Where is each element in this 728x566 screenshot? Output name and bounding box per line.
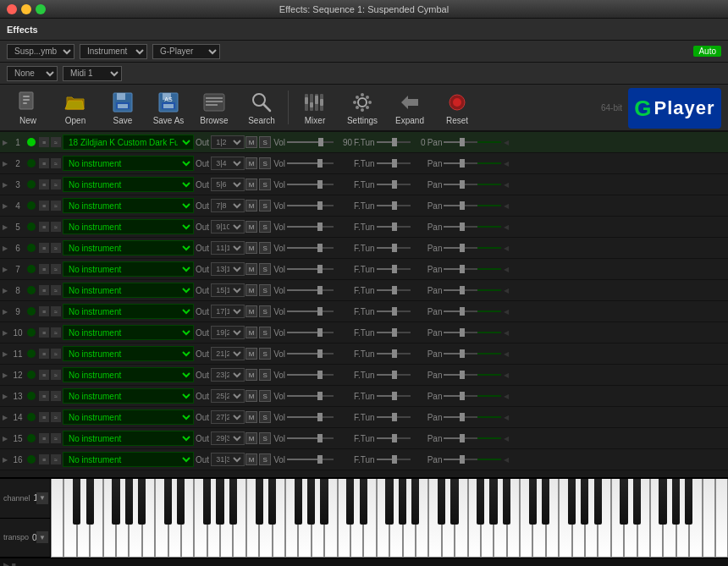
ftun-slider[interactable] (377, 347, 411, 360)
white-key[interactable] (715, 479, 728, 558)
row-play-arrow[interactable]: ▶ (0, 322, 10, 343)
row-end-chevron[interactable]: ◀ (501, 456, 511, 464)
out-select[interactable]: 7|8 (211, 199, 245, 212)
vol-slider[interactable] (287, 347, 334, 360)
vol-slider[interactable] (287, 305, 334, 318)
row-end-chevron[interactable]: ◀ (501, 202, 511, 210)
black-key[interactable] (438, 479, 445, 525)
black-key[interactable] (385, 479, 393, 525)
row-eq-btn[interactable]: ≈ (51, 370, 61, 380)
settings-button[interactable]: Settings (339, 86, 385, 129)
row-menu-btn[interactable]: ≡ (39, 222, 49, 232)
midi-dropdown[interactable]: Midi 1 (63, 66, 122, 81)
row-led[interactable] (27, 265, 36, 273)
row-menu-btn[interactable]: ≡ (39, 158, 49, 168)
out-select[interactable]: 17|18 (211, 305, 245, 318)
black-key[interactable] (164, 479, 172, 525)
pan-slider[interactable] (444, 199, 477, 212)
channel-down-button[interactable]: ▼ (36, 492, 48, 504)
ftun-slider[interactable] (377, 241, 411, 255)
row-led[interactable] (27, 413, 36, 421)
pan-slider[interactable] (444, 431, 477, 445)
mute-button[interactable]: M (245, 453, 257, 465)
row-led[interactable] (27, 244, 36, 252)
minimize-button[interactable] (21, 4, 31, 14)
mute-button[interactable]: M (245, 411, 257, 423)
row-play-arrow[interactable]: ▶ (0, 301, 10, 322)
out-select[interactable]: 19|20 (211, 326, 245, 339)
row-led[interactable] (27, 434, 36, 442)
black-key[interactable] (672, 479, 680, 525)
out-select[interactable]: 9|10 (211, 220, 245, 234)
instrument-select[interactable]: 18 Zildjian K Custom Dark Full (63, 135, 194, 150)
white-key[interactable] (703, 479, 715, 558)
solo-button[interactable]: S (259, 432, 271, 444)
solo-button[interactable]: S (259, 136, 271, 148)
white-key[interactable] (51, 479, 63, 558)
mute-button[interactable]: M (245, 136, 257, 148)
row-menu-btn[interactable]: ≡ (39, 412, 49, 422)
save-button[interactable]: Save (100, 86, 146, 129)
mute-button[interactable]: M (245, 369, 257, 381)
row-eq-btn[interactable]: ≈ (51, 327, 61, 338)
mute-button[interactable]: M (245, 305, 257, 317)
row-eq-btn[interactable]: ≈ (51, 179, 61, 190)
solo-button[interactable]: S (259, 157, 271, 169)
instrument-select[interactable]: No instrument (63, 431, 194, 446)
mute-button[interactable]: M (245, 221, 257, 233)
instrument-select[interactable]: No instrument (63, 409, 194, 425)
row-eq-btn[interactable]: ≈ (51, 222, 61, 232)
out-select[interactable]: 23|24 (211, 368, 245, 382)
black-key[interactable] (633, 479, 641, 525)
vol-slider[interactable] (287, 326, 334, 339)
row-eq-btn[interactable]: ≈ (51, 349, 61, 359)
ftun-slider[interactable] (377, 326, 411, 339)
black-key[interactable] (399, 479, 406, 525)
out-select[interactable]: 11|12 (211, 241, 245, 255)
row-play-arrow[interactable]: ▶ (0, 407, 10, 428)
instrument-select[interactable]: No instrument (63, 325, 194, 340)
row-play-arrow[interactable]: ▶ (0, 386, 10, 407)
row-end-chevron[interactable]: ◀ (501, 414, 511, 421)
pan-slider[interactable] (444, 453, 477, 466)
ftun-slider[interactable] (377, 178, 411, 191)
row-menu-btn[interactable]: ≡ (39, 137, 49, 147)
black-key[interactable] (295, 479, 302, 525)
row-led[interactable] (27, 349, 36, 358)
black-key[interactable] (581, 479, 588, 525)
vol-slider[interactable] (287, 135, 334, 149)
pan-slider[interactable] (444, 135, 477, 149)
out-select[interactable]: 27|28 (211, 410, 245, 424)
black-key[interactable] (620, 479, 627, 525)
black-key[interactable] (450, 479, 458, 525)
ftun-slider[interactable] (377, 135, 411, 149)
black-key[interactable] (685, 479, 692, 525)
instrument-select[interactable]: No instrument (63, 283, 194, 298)
solo-button[interactable]: S (259, 221, 271, 233)
piano-keyboard[interactable] (51, 479, 728, 558)
pan-slider[interactable] (444, 220, 477, 234)
vol-slider[interactable] (287, 410, 334, 424)
row-menu-btn[interactable]: ≡ (39, 349, 49, 359)
row-end-chevron[interactable]: ◀ (501, 308, 511, 316)
type-dropdown[interactable]: Instrument (80, 44, 147, 59)
mute-button[interactable]: M (245, 263, 257, 275)
plugin-dropdown[interactable]: G-Player (152, 44, 220, 59)
vol-slider[interactable] (287, 453, 334, 466)
row-menu-btn[interactable]: ≡ (39, 243, 49, 253)
ftun-slider[interactable] (377, 368, 411, 382)
row-led[interactable] (27, 455, 36, 464)
row-menu-btn[interactable]: ≡ (39, 370, 49, 380)
black-key[interactable] (203, 479, 211, 525)
row-end-chevron[interactable]: ◀ (501, 393, 511, 400)
row-play-arrow[interactable]: ▶ (0, 365, 10, 386)
ftun-slider[interactable] (377, 283, 411, 297)
row-led[interactable] (27, 328, 36, 337)
row-eq-btn[interactable]: ≈ (51, 137, 61, 147)
row-play-arrow[interactable]: ▶ (0, 259, 10, 280)
black-key[interactable] (216, 479, 223, 525)
solo-button[interactable]: S (259, 263, 271, 275)
row-play-arrow[interactable]: ▶ (0, 132, 10, 153)
solo-button[interactable]: S (259, 411, 271, 423)
black-key[interactable] (268, 479, 276, 525)
